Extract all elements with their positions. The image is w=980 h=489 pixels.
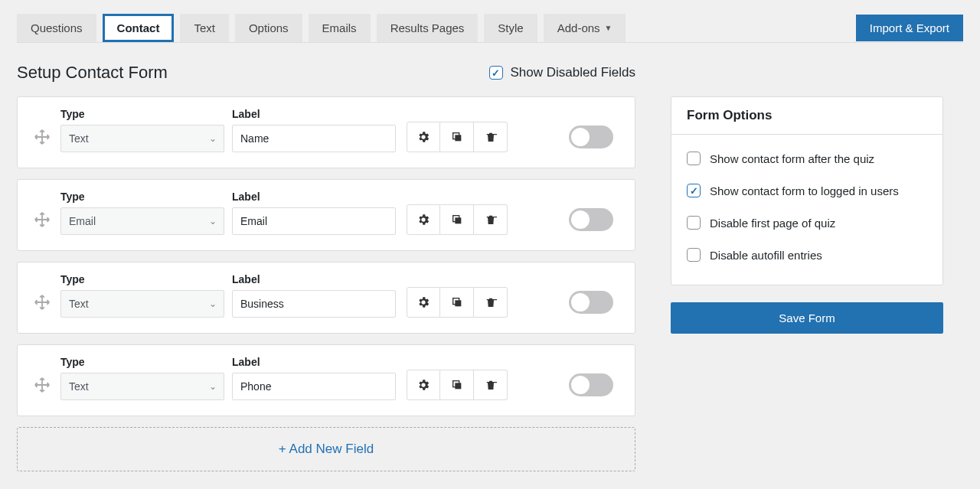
settings-button[interactable] — [407, 370, 440, 400]
gear-icon — [416, 130, 430, 144]
gear-icon — [416, 295, 430, 309]
trash-icon — [485, 131, 497, 143]
tab-addons[interactable]: Add-ons ▼ — [544, 14, 626, 42]
option-disable-autofill[interactable]: ✓ Disable autofill entries — [687, 239, 927, 271]
field-row: Type ⌄ Label — [17, 96, 635, 168]
duplicate-button[interactable] — [440, 287, 474, 318]
delete-button[interactable] — [474, 287, 508, 318]
tab-options[interactable]: Options — [235, 14, 302, 42]
field-row: Type ⌄ Label — [17, 179, 635, 251]
import-export-button[interactable]: Import & Export — [856, 15, 963, 41]
field-actions — [407, 108, 508, 152]
checkbox-icon: ✓ — [687, 152, 701, 165]
type-header: Type — [60, 108, 224, 120]
type-header: Type — [60, 273, 224, 285]
label-input[interactable] — [232, 125, 396, 152]
field-enable-toggle[interactable] — [569, 208, 613, 231]
copy-icon — [451, 131, 463, 143]
checkbox-icon: ✓ — [489, 66, 503, 80]
checkbox-icon: ✓ — [687, 248, 701, 262]
copy-icon — [451, 296, 463, 308]
delete-button[interactable] — [474, 370, 508, 400]
form-options-title: Form Options — [671, 97, 942, 135]
field-actions — [407, 356, 508, 400]
page-title: Setup Contact Form — [17, 63, 168, 83]
option-show-after-quiz[interactable]: ✓ Show contact form after the quiz — [687, 142, 927, 174]
tab-text[interactable]: Text — [180, 14, 229, 42]
drag-handle-icon[interactable] — [31, 280, 53, 311]
duplicate-button[interactable] — [440, 122, 474, 152]
sidebar: Form Options ✓ Show contact form after t… — [671, 96, 943, 334]
field-actions — [407, 273, 508, 318]
delete-button[interactable] — [474, 122, 508, 152]
option-label: Disable autofill entries — [710, 249, 822, 262]
settings-button[interactable] — [407, 287, 440, 318]
duplicate-button[interactable] — [440, 204, 474, 235]
tab-questions[interactable]: Questions — [17, 14, 96, 42]
tab-contact[interactable]: Contact — [103, 14, 175, 42]
gear-icon — [416, 378, 430, 392]
label-input[interactable] — [232, 207, 396, 235]
drag-handle-icon[interactable] — [31, 115, 53, 145]
label-header: Label — [232, 108, 396, 120]
svg-rect-6 — [455, 383, 461, 389]
type-select[interactable] — [60, 125, 224, 152]
tabs-row: Questions Contact Text Options Emails Re… — [17, 14, 963, 43]
label-input[interactable] — [232, 373, 396, 400]
copy-icon — [451, 379, 463, 391]
top-section: Setup Contact Form ✓ Show Disabled Field… — [17, 43, 635, 96]
form-options-panel: Form Options ✓ Show contact form after t… — [671, 96, 943, 285]
tab-addons-label: Add-ons — [557, 21, 600, 34]
type-select[interactable] — [60, 207, 224, 235]
trash-icon — [485, 296, 497, 308]
type-select[interactable] — [60, 290, 224, 318]
field-enable-toggle[interactable] — [569, 126, 613, 148]
field-enable-toggle[interactable] — [569, 291, 613, 314]
fields-column: Type ⌄ Label — [17, 96, 635, 471]
label-header: Label — [232, 356, 396, 368]
chevron-down-icon: ▼ — [605, 24, 612, 32]
type-header: Type — [60, 191, 224, 203]
field-row: Type ⌄ Label — [17, 262, 635, 334]
option-show-logged-in[interactable]: ✓ Show contact form to logged in users — [687, 174, 927, 207]
type-header: Type — [60, 356, 224, 368]
gear-icon — [416, 213, 430, 227]
option-label: Show contact form after the quiz — [710, 152, 874, 165]
field-row: Type ⌄ Label — [17, 344, 635, 416]
option-disable-first-page[interactable]: ✓ Disable first page of quiz — [687, 207, 927, 239]
type-select[interactable] — [60, 373, 224, 400]
drag-handle-icon[interactable] — [31, 197, 53, 228]
field-enable-toggle[interactable] — [569, 373, 613, 396]
save-form-button[interactable]: Save Form — [671, 302, 943, 334]
settings-button[interactable] — [407, 122, 440, 152]
show-disabled-fields-toggle[interactable]: ✓ Show Disabled Fields — [489, 65, 635, 80]
tab-style[interactable]: Style — [484, 14, 537, 42]
trash-icon — [485, 214, 497, 226]
add-new-field-button[interactable]: + Add New Field — [17, 427, 635, 471]
svg-rect-2 — [455, 217, 461, 223]
duplicate-button[interactable] — [440, 370, 474, 400]
svg-rect-4 — [455, 300, 461, 306]
svg-rect-0 — [455, 135, 461, 141]
settings-button[interactable] — [407, 204, 440, 235]
label-input[interactable] — [232, 290, 396, 318]
label-header: Label — [232, 273, 396, 285]
tabs: Questions Contact Text Options Emails Re… — [17, 14, 626, 42]
trash-icon — [485, 379, 497, 391]
checkbox-icon: ✓ — [687, 184, 701, 197]
tab-emails[interactable]: Emails — [309, 14, 371, 42]
show-disabled-label: Show Disabled Fields — [511, 65, 635, 80]
delete-button[interactable] — [474, 204, 508, 235]
field-actions — [407, 191, 508, 235]
drag-handle-icon[interactable] — [31, 363, 53, 393]
copy-icon — [451, 214, 463, 226]
option-label: Show contact form to logged in users — [710, 184, 899, 197]
option-label: Disable first page of quiz — [710, 217, 835, 230]
checkbox-icon: ✓ — [687, 216, 701, 230]
label-header: Label — [232, 191, 396, 203]
tab-results-pages[interactable]: Results Pages — [377, 14, 479, 42]
